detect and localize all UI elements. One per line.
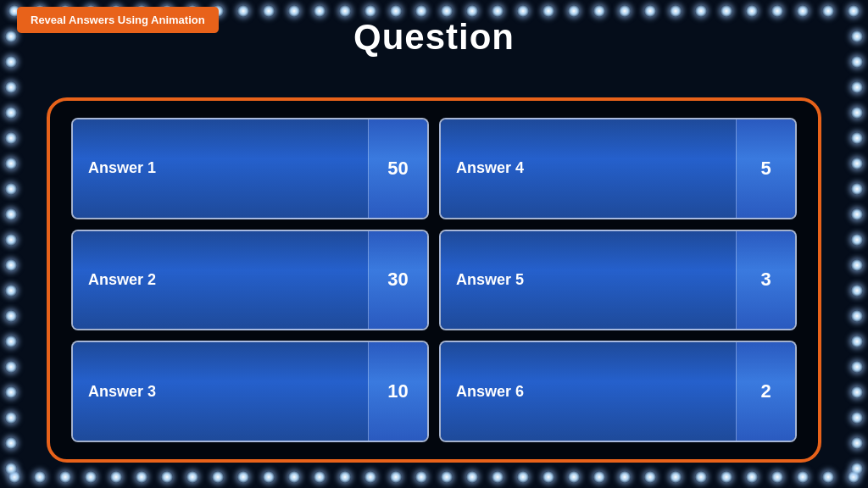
light-dot (5, 361, 17, 373)
light-dot (746, 5, 758, 17)
light-dot (822, 5, 834, 17)
light-dot (5, 310, 17, 322)
light-dot (314, 471, 326, 483)
light-dot (848, 5, 860, 17)
light-dot (5, 259, 17, 271)
answer-score-1: 50 (368, 119, 427, 218)
light-dot (542, 5, 554, 17)
light-dot (466, 471, 478, 483)
light-dot (695, 471, 707, 483)
light-dot (851, 412, 863, 424)
light-dot (441, 471, 453, 483)
light-dot (415, 5, 427, 17)
light-dot (339, 5, 351, 17)
light-dot (390, 5, 402, 17)
light-dot (364, 471, 376, 483)
light-dot (5, 183, 17, 195)
answer-text-3: Answer 2 (73, 231, 368, 330)
light-dot (8, 471, 20, 483)
light-dot (851, 361, 863, 373)
answer-score-2: 5 (736, 119, 795, 218)
light-dot (542, 471, 554, 483)
light-dot (34, 471, 46, 483)
reveal-button[interactable]: Reveal Answers Using Animation (17, 7, 219, 33)
light-dot (263, 5, 275, 17)
answer-text-2: Answer 4 (441, 119, 736, 218)
light-dot (851, 56, 863, 68)
light-dot (568, 471, 580, 483)
light-dot (644, 5, 656, 17)
answer-card-1[interactable]: Answer 150 (71, 118, 429, 219)
light-dot (721, 5, 732, 17)
light-dot (492, 471, 504, 483)
light-dot (822, 471, 834, 483)
light-dot (851, 437, 863, 449)
light-dot (5, 208, 17, 220)
light-dot (161, 471, 173, 483)
light-dot (288, 5, 300, 17)
light-dot (5, 234, 17, 246)
light-dot (593, 5, 605, 17)
light-dot (237, 5, 249, 17)
answer-text-5: Answer 3 (73, 342, 368, 441)
light-dot (466, 5, 478, 17)
answer-card-3[interactable]: Answer 230 (71, 230, 429, 331)
light-dot (721, 471, 732, 483)
light-dot (848, 471, 860, 483)
light-dot (59, 471, 71, 483)
light-dot (5, 81, 17, 93)
light-dot (415, 471, 427, 483)
answer-card-4[interactable]: Answer 53 (439, 230, 797, 331)
light-dot (212, 471, 224, 483)
light-dot (136, 471, 147, 483)
light-dot (5, 336, 17, 347)
light-dot (339, 471, 351, 483)
light-dot (5, 285, 17, 297)
answer-card-6[interactable]: Answer 62 (439, 341, 797, 442)
light-dot (517, 5, 529, 17)
answer-text-4: Answer 5 (441, 231, 736, 330)
answers-container: Answer 150Answer 45Answer 230Answer 53An… (47, 97, 821, 463)
light-dot (364, 5, 376, 17)
light-dot (619, 5, 631, 17)
light-dot (593, 471, 605, 483)
light-dot (851, 310, 863, 322)
light-dot (5, 158, 17, 169)
light-dot (237, 471, 249, 483)
answer-text-1: Answer 1 (73, 119, 368, 218)
light-dot (851, 234, 863, 246)
light-dot (670, 5, 682, 17)
answer-card-5[interactable]: Answer 310 (71, 341, 429, 442)
answer-score-5: 10 (368, 342, 427, 441)
light-dot (441, 5, 453, 17)
answer-score-4: 3 (736, 231, 795, 330)
answer-score-6: 2 (736, 342, 795, 441)
light-dot (5, 107, 17, 119)
light-dot (851, 463, 863, 474)
light-dot (5, 56, 17, 68)
light-dot (851, 183, 863, 195)
light-dot (5, 412, 17, 424)
light-dot (314, 5, 326, 17)
light-dot (851, 285, 863, 297)
light-dot (492, 5, 504, 17)
light-dot (746, 471, 758, 483)
light-dot (517, 471, 529, 483)
light-dot (619, 471, 631, 483)
answer-card-2[interactable]: Answer 45 (439, 118, 797, 219)
light-dot (5, 463, 17, 474)
light-dot (5, 386, 17, 398)
light-dot (851, 81, 863, 93)
light-dot (644, 471, 656, 483)
light-dot (851, 158, 863, 169)
answer-text-6: Answer 6 (441, 342, 736, 441)
light-dot (797, 5, 809, 17)
light-dot (568, 5, 580, 17)
light-dot (851, 336, 863, 347)
light-dot (851, 259, 863, 271)
light-dot (851, 107, 863, 119)
light-dot (5, 132, 17, 144)
light-dot (797, 471, 809, 483)
light-dot (390, 471, 402, 483)
light-dot (851, 132, 863, 144)
